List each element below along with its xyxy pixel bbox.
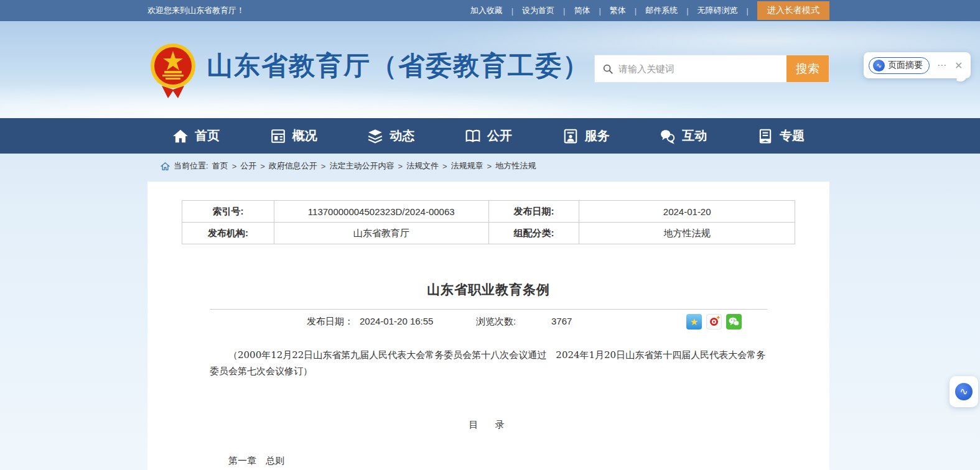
chapter-1-heading: 第一章 总则 [210, 453, 767, 469]
separator: | [747, 6, 749, 16]
national-emblem-logo [149, 41, 197, 98]
accessibility-link[interactable]: 无障碍浏览 [698, 5, 738, 16]
open-book-icon [465, 128, 481, 144]
nav-item-dynamics[interactable]: 动态 [367, 127, 414, 144]
document-title: 山东省职业教育条例 [147, 281, 829, 298]
nav-item-disclosure[interactable]: 公开 [465, 127, 512, 144]
search-input[interactable] [618, 63, 768, 74]
breadcrumb-home-icon [161, 162, 170, 171]
add-favorite-link[interactable]: 加入收藏 [470, 5, 503, 16]
content-panel: 索引号: 11370000004502323D/2024-00063 发布日期:… [147, 182, 829, 470]
separator: > [232, 162, 237, 171]
crumb-gov-info[interactable]: 政府信息公开 [269, 160, 317, 172]
separator: > [398, 162, 403, 171]
article-body: （2000年12月22日山东省第九届人民代表大会常务委员会第十八次会议通过 20… [210, 347, 767, 469]
nav-label: 专题 [780, 127, 805, 144]
nav-label: 公开 [487, 127, 512, 144]
view-count-label: 浏览次数: [476, 316, 516, 328]
service-icon [562, 128, 579, 144]
nav-item-overview[interactable]: 概况 [270, 127, 317, 144]
index-number-value: 11370000004502323D/2024-00063 [274, 201, 488, 223]
document-meta: 发布日期： 2024-01-20 16:55 浏览次数: 3767 ★ ✦ [147, 316, 829, 332]
page: 欢迎您来到山东省教育厅！ 加入收藏 | 设为首页 | 简体 | 繁体 | 邮件系… [0, 0, 980, 470]
weibo-spark: ✦ [716, 315, 721, 321]
ai-assistant-floating-button[interactable] [950, 376, 978, 407]
separator: > [442, 162, 447, 171]
star-glyph: ★ [690, 316, 698, 328]
breadcrumb: 当前位置: 首页 > 公开 > 政府信息公开 > 法定主动公开内容 > 法规文件… [161, 160, 536, 172]
search-input-zone [595, 55, 786, 82]
separator: | [686, 6, 688, 16]
crumb-regulation-files[interactable]: 法规文件 [406, 160, 439, 172]
site-title: 山东省教育厅（省委教育工委） [207, 48, 590, 83]
topbar-links: 加入收藏 | 设为首页 | 简体 | 繁体 | 邮件系统 | 无障碍浏览 | 进… [470, 0, 829, 21]
divider [210, 309, 767, 310]
toc-heading: 目 录 [210, 417, 767, 433]
separator: > [321, 162, 326, 171]
close-icon[interactable]: ✕ [954, 60, 963, 71]
main-nav: 首页 概况 动态 [0, 118, 980, 154]
page-summary-panel: 页面摘要 ⋯ ✕ [864, 52, 971, 78]
site-header: 山东省教育厅（省委教育工委） 搜索 页面摘要 ⋯ ✕ [0, 21, 980, 118]
share-qzone-icon[interactable]: ★ [686, 314, 702, 329]
overview-icon [270, 128, 286, 144]
nav-label: 服务 [585, 127, 610, 144]
home-icon [172, 128, 189, 144]
crumb-disclosure[interactable]: 公开 [240, 160, 256, 172]
topics-icon [757, 128, 773, 144]
traditional-chinese-link[interactable]: 繁体 [610, 5, 626, 16]
share-wechat-icon[interactable] [726, 314, 742, 329]
more-options-icon[interactable]: ⋯ [937, 60, 947, 71]
separator: | [635, 6, 637, 16]
nav-item-topics[interactable]: 专题 [757, 127, 805, 144]
nav-label: 概况 [292, 127, 317, 144]
publish-datetime-value: 2024-01-20 16:55 [360, 316, 433, 326]
chat-bubbles-icon [660, 128, 676, 144]
search-bar: 搜索 [594, 55, 829, 83]
separator: | [563, 6, 565, 16]
nav-item-interaction[interactable]: 互动 [660, 127, 707, 144]
ai-assistant-icon [955, 383, 973, 400]
nav-label: 动态 [390, 127, 414, 144]
category-label: 组配分类: [488, 223, 579, 244]
category-value: 地方性法规 [579, 223, 795, 244]
nav-label: 首页 [195, 127, 220, 144]
dynamics-icon [367, 128, 383, 144]
publish-date-value: 2024-01-20 [579, 201, 795, 223]
crumb-local-regulations[interactable]: 地方性法规 [495, 160, 536, 172]
nav-label: 互动 [682, 127, 707, 144]
publish-date-label: 发布日期: [488, 201, 579, 223]
separator: > [487, 162, 492, 171]
crumb-regulations[interactable]: 法规规章 [451, 160, 483, 172]
breadcrumb-prefix: 当前位置: [174, 160, 208, 172]
table-row: 索引号: 11370000004502323D/2024-00063 发布日期:… [182, 201, 795, 223]
separator: > [260, 162, 265, 171]
top-bar: 欢迎您来到山东省教育厅！ 加入收藏 | 设为首页 | 简体 | 繁体 | 邮件系… [0, 0, 980, 21]
publisher-value: 山东省教育厅 [274, 223, 488, 244]
search-button[interactable]: 搜索 [786, 55, 829, 82]
separator: | [511, 6, 513, 16]
crumb-home[interactable]: 首页 [212, 160, 228, 172]
page-summary-button[interactable]: 页面摘要 [869, 57, 930, 74]
welcome-text: 欢迎您来到山东省教育厅！ [147, 0, 245, 21]
nav-item-services[interactable]: 服务 [562, 127, 610, 144]
publish-datetime-label: 发布日期： [307, 316, 353, 328]
index-number-label: 索引号: [182, 201, 274, 223]
separator: | [599, 6, 600, 16]
share-weibo-icon[interactable]: ✦ [706, 314, 722, 329]
page-summary-label: 页面摘要 [888, 60, 923, 71]
set-homepage-link[interactable]: 设为首页 [522, 5, 554, 16]
elder-mode-button[interactable]: 进入长者模式 [757, 1, 829, 20]
nav-item-home[interactable]: 首页 [172, 127, 220, 144]
crumb-statutory-content[interactable]: 法定主动公开内容 [329, 160, 394, 172]
share-buttons: ★ ✦ [686, 314, 742, 329]
search-icon [602, 63, 614, 75]
article-intro: （2000年12月22日山东省第九届人民代表大会常务委员会第十八次会议通过 20… [210, 347, 767, 379]
publisher-label: 发布机构: [182, 223, 274, 244]
mail-system-link[interactable]: 邮件系统 [645, 5, 678, 16]
table-row: 发布机构: 山东省教育厅 组配分类: 地方性法规 [182, 223, 795, 244]
view-count-value: 3767 [551, 316, 572, 326]
document-info-table: 索引号: 11370000004502323D/2024-00063 发布日期:… [182, 200, 795, 244]
wechat-bubbles [729, 317, 739, 326]
simplified-chinese-link[interactable]: 简体 [574, 5, 590, 16]
